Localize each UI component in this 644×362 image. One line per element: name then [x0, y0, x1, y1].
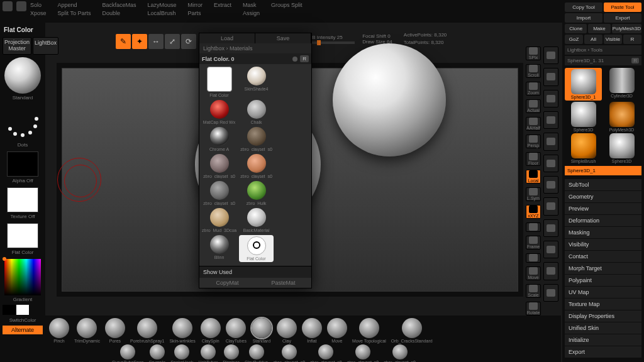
nav-actual[interactable]: Actual	[526, 99, 541, 113]
nav-slot[interactable]	[543, 155, 558, 172]
nav-aahalf[interactable]: AAHalf	[526, 117, 541, 131]
top-menu-item[interactable]: SoloXpose	[30, 1, 47, 17]
material-swatch[interactable]: Flat Color	[202, 67, 236, 97]
top-menu-item[interactable]: Extract	[214, 1, 231, 17]
selected-tool-label[interactable]: Sphere3D_1	[565, 166, 641, 175]
nav-zoom[interactable]: Zoom	[526, 82, 541, 96]
material-swatch[interactable]: zbro_clayset_s0	[239, 154, 274, 178]
accordion-item[interactable]: Masking	[565, 227, 641, 238]
brush-thumb[interactable]: Pores	[105, 318, 125, 343]
material-swatch[interactable]: zbro_clayset_s0	[202, 154, 236, 178]
nav-rotate[interactable]: Rotate	[526, 302, 541, 315]
nav-slot[interactable]	[543, 68, 558, 85]
material-thumb[interactable]	[7, 223, 38, 248]
nav-floor[interactable]: Floor	[526, 152, 541, 166]
accordion-item[interactable]: UV Map	[565, 287, 641, 298]
nav-xxyz[interactable]: xXYZ	[526, 205, 541, 219]
accordion-item[interactable]: Display Properties	[565, 310, 641, 322]
rotate-button[interactable]: ⟳	[181, 34, 196, 49]
panel-button[interactable]: R	[623, 35, 641, 44]
accordion-item[interactable]: Deformation	[565, 215, 641, 226]
brush-thumb[interactable]: Clay	[277, 318, 297, 343]
switch-swatches[interactable]	[3, 305, 43, 315]
collapse-icon[interactable]	[292, 57, 297, 62]
accordion-item[interactable]: Geometry	[565, 191, 641, 202]
nav-l.sym[interactable]: L.Sym	[526, 187, 541, 201]
accordion-item[interactable]: Texture Map	[565, 299, 641, 310]
nav-slot[interactable]	[543, 241, 558, 258]
save-button[interactable]: Save	[255, 33, 311, 43]
accordion-item[interactable]: Morph Target	[565, 263, 641, 274]
rgb-intensity-slider[interactable]: RGB Intensity 25	[304, 35, 355, 44]
brush-thumb[interactable]: Move Topological	[352, 318, 386, 343]
nav-move[interactable]: Move	[526, 266, 541, 280]
brush-thumb[interactable]: Displace	[223, 344, 240, 362]
panel-button[interactable]: Copy Tool	[565, 3, 602, 12]
nav-slot[interactable]	[543, 111, 558, 129]
draw-button[interactable]: ✦	[132, 34, 147, 49]
load-button[interactable]: Load	[199, 33, 255, 43]
show-used-button[interactable]: Show Used	[199, 266, 311, 278]
xpose-icon[interactable]	[16, 1, 26, 11]
stroke-preview-icon[interactable]	[4, 104, 41, 141]
reset-button[interactable]: R	[300, 55, 309, 62]
brush-thumb[interactable]: Pinch	[49, 318, 69, 343]
nav-slot[interactable]	[543, 219, 558, 237]
nav-slot[interactable]	[543, 176, 558, 194]
brush-thumb[interactable]: ClayBuildup	[245, 344, 268, 362]
panel-button[interactable]: Visible	[604, 35, 622, 44]
accordion-item[interactable]: Unified Skin	[565, 322, 641, 334]
brush-thumb[interactable]: TrimDynamic	[74, 318, 100, 343]
nav-frame[interactable]: Frame	[526, 236, 541, 250]
texture-thumb[interactable]	[7, 187, 38, 212]
brush-thumb[interactable]: PorebrushSpray1	[130, 318, 164, 343]
nav-slot[interactable]	[543, 284, 558, 302]
edit-button[interactable]: ✎	[116, 34, 131, 49]
nav-blank[interactable]	[526, 253, 541, 263]
brush-preview-icon[interactable]	[4, 57, 41, 94]
tool-thumb[interactable]: Sphere3D	[565, 102, 602, 132]
accordion-item[interactable]: Contact	[565, 251, 641, 262]
material-swatch[interactable]: Chrome A	[202, 127, 236, 151]
material-swatch[interactable]: zbro_Hulk	[239, 181, 274, 206]
brush-thumb[interactable]: Move	[327, 318, 347, 343]
tool-thumb[interactable]: SimpleBrush	[565, 133, 602, 163]
brush-thumb[interactable]: zbro_clayset_s0	[273, 344, 305, 362]
brush-thumb[interactable]: SnakeHook	[170, 344, 193, 362]
projection-master-button[interactable]: Projection Master	[3, 37, 31, 55]
move-button[interactable]: ↔	[148, 34, 164, 49]
top-menu-item[interactable]: MaskAssign	[243, 1, 260, 17]
nav-spix[interactable]: SPix	[526, 47, 541, 60]
accordion-item[interactable]: Visibility	[565, 239, 641, 250]
material-swatch[interactable]: MatCap Red Wx	[202, 100, 236, 124]
alpha-thumb[interactable]	[7, 151, 38, 177]
material-breadcrumb[interactable]: Lightbox › Materials	[199, 43, 311, 53]
brush-thumb[interactable]: CurveTubeSnap	[112, 344, 144, 362]
tool-thumb[interactable]: Sphere3D_1	[565, 68, 602, 101]
brush-thumb[interactable]: Inflat	[302, 318, 322, 343]
color-picker[interactable]	[4, 259, 41, 295]
nav-blank[interactable]	[526, 222, 541, 232]
nav-slot[interactable]	[543, 133, 558, 150]
nav-slot[interactable]	[543, 90, 558, 107]
panel-button[interactable]: Paste Tool	[604, 3, 641, 12]
brush-thumb[interactable]: Standard	[252, 318, 272, 343]
panel-button[interactable]: PolyMesh3D	[612, 24, 641, 33]
pastemat-button[interactable]: PasteMat	[255, 278, 311, 288]
brush-thumb[interactable]: zbro_clayset_s0	[384, 344, 416, 362]
nav-slot[interactable]	[543, 47, 558, 64]
material-swatch[interactable]: zbro_clayset_s0	[202, 181, 236, 206]
brush-thumb[interactable]: Orb_CracksStandard	[391, 318, 433, 343]
accordion-item[interactable]: Preview	[565, 203, 641, 214]
top-menu-item[interactable]: Groups Split	[271, 1, 303, 17]
material-swatch[interactable]: Flat Color	[239, 235, 274, 262]
panel-button[interactable]: Make	[588, 24, 610, 33]
panel-button[interactable]: All	[584, 35, 602, 44]
tool-breadcrumb[interactable]: Lightbox › Tools	[565, 45, 641, 55]
nav-scale[interactable]: Scale	[526, 284, 541, 298]
top-menu-item[interactable]: LazyMouseLocalBrush	[147, 1, 176, 17]
nav-persp[interactable]: Persp	[526, 134, 541, 148]
material-swatch[interactable]: zbro_clayset_s0	[239, 127, 274, 151]
brush-thumb[interactable]: zbro_clayset_s0	[347, 344, 379, 362]
brush-thumb[interactable]: Skin-wrinkles	[169, 318, 195, 343]
